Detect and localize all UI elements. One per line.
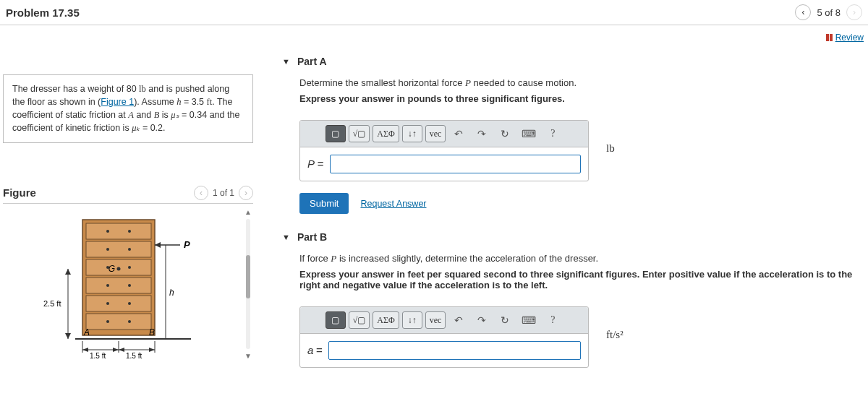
figure-counter: 1 of 1 xyxy=(213,188,234,198)
svg-text:A: A xyxy=(83,327,90,337)
vec-button[interactable]: vec xyxy=(425,311,446,329)
caret-down-icon: ▼ xyxy=(282,233,290,241)
sqrt-button[interactable]: √▢ xyxy=(349,125,370,142)
svg-marker-28 xyxy=(65,269,71,275)
problem-counter: 5 of 8 xyxy=(817,7,841,18)
svg-text:h: h xyxy=(169,288,174,298)
svg-text:1.5 ft: 1.5 ft xyxy=(90,352,106,360)
svg-point-9 xyxy=(106,248,109,251)
problem-title: Problem 17.35 xyxy=(6,7,80,19)
problem-statement: The dresser has a weight of 80 lb and is… xyxy=(3,74,253,143)
svg-point-23 xyxy=(117,267,121,270)
figure-link[interactable]: Figure 1 xyxy=(101,97,134,107)
redo-button[interactable]: ↷ xyxy=(472,125,492,142)
subscript-button[interactable]: ↓↑ xyxy=(402,125,422,142)
part-a-submit-button[interactable]: Submit xyxy=(299,193,349,214)
part-a-unit: lb xyxy=(599,142,615,155)
svg-point-12 xyxy=(128,266,131,269)
flag-icon xyxy=(826,34,833,41)
svg-marker-21 xyxy=(155,242,161,248)
prev-problem-button[interactable]: ‹ xyxy=(795,4,811,20)
svg-text:2.5 ft: 2.5 ft xyxy=(43,299,61,308)
svg-point-15 xyxy=(106,302,109,305)
answer-variable: P = xyxy=(307,158,324,171)
svg-marker-29 xyxy=(65,333,71,339)
part-b-instruction: Express your answer in feet per squared … xyxy=(299,269,868,290)
part-b-unit: ft/s² xyxy=(599,329,624,341)
part-a-answer-input[interactable] xyxy=(330,155,581,173)
part-a-header[interactable]: ▼ Part A xyxy=(282,46,868,73)
help-button[interactable]: ? xyxy=(542,311,563,329)
review-link[interactable]: Review xyxy=(826,33,864,43)
keyboard-button[interactable]: ⌨ xyxy=(518,311,540,329)
svg-text:B: B xyxy=(149,327,155,337)
redo-button[interactable]: ↷ xyxy=(472,311,492,329)
figure-prev-button[interactable]: ‹ xyxy=(194,186,208,200)
part-a-request-answer-link[interactable]: Request Answer xyxy=(360,199,426,209)
svg-point-10 xyxy=(128,248,131,251)
svg-marker-40 xyxy=(119,348,124,352)
scroll-up-icon[interactable]: ▲ xyxy=(244,208,252,216)
svg-text:P: P xyxy=(184,239,190,250)
vec-button[interactable]: vec xyxy=(425,125,446,142)
part-a-instruction: Express your answer in pounds to three s… xyxy=(299,93,868,104)
part-b-header[interactable]: ▼ Part B xyxy=(282,221,868,249)
template-button[interactable]: ▢ xyxy=(326,125,346,142)
undo-button[interactable]: ↶ xyxy=(448,125,469,142)
next-problem-button[interactable]: › xyxy=(846,4,862,20)
svg-marker-41 xyxy=(149,348,155,352)
reset-button[interactable]: ↻ xyxy=(495,311,515,329)
part-a-question: Determine the smallest horizontal force … xyxy=(299,77,868,89)
svg-point-7 xyxy=(106,230,109,233)
svg-rect-4 xyxy=(86,277,151,293)
part-b-answer-input[interactable] xyxy=(328,341,581,360)
part-a-answer-widget: ▢ √▢ ΑΣΦ ↓↑ vec ↶ ↷ ↻ ⌨ ? P = xyxy=(299,120,589,181)
svg-text:1.5 ft: 1.5 ft xyxy=(126,352,142,360)
caret-down-icon: ▼ xyxy=(282,57,290,66)
svg-point-16 xyxy=(128,302,131,305)
scroll-down-icon[interactable]: ▼ xyxy=(244,352,252,360)
undo-button[interactable]: ↶ xyxy=(448,311,469,329)
svg-rect-1 xyxy=(86,223,151,239)
svg-point-8 xyxy=(128,230,131,233)
svg-rect-5 xyxy=(86,296,151,311)
keyboard-button[interactable]: ⌨ xyxy=(518,125,540,142)
svg-point-18 xyxy=(128,320,131,323)
svg-marker-39 xyxy=(113,348,119,352)
svg-rect-6 xyxy=(86,314,151,330)
part-b-question: If force P is increased slightly, determ… xyxy=(299,253,868,264)
svg-marker-38 xyxy=(82,348,88,352)
figure-next-button[interactable]: › xyxy=(239,186,253,200)
sqrt-button[interactable]: √▢ xyxy=(349,311,370,329)
help-button[interactable]: ? xyxy=(542,125,563,142)
figure-image: P G h 2.5 ft A B xyxy=(3,204,240,366)
svg-point-13 xyxy=(106,284,109,287)
part-b-answer-widget: ▢ √▢ ΑΣΦ ↓↑ vec ↶ ↷ ↻ ⌨ ? a = xyxy=(299,306,589,368)
svg-point-14 xyxy=(128,284,131,287)
template-button[interactable]: ▢ xyxy=(326,311,346,329)
greek-button[interactable]: ΑΣΦ xyxy=(373,311,399,329)
svg-point-17 xyxy=(106,320,109,323)
answer-variable: a = xyxy=(307,344,323,357)
svg-rect-2 xyxy=(86,241,151,257)
svg-text:G: G xyxy=(109,264,115,274)
greek-button[interactable]: ΑΣΦ xyxy=(373,125,399,142)
figure-title: Figure xyxy=(3,186,36,199)
figure-scrollbar[interactable]: ▲ ▼ xyxy=(243,208,253,360)
reset-button[interactable]: ↻ xyxy=(495,125,515,142)
subscript-button[interactable]: ↓↑ xyxy=(402,311,422,329)
